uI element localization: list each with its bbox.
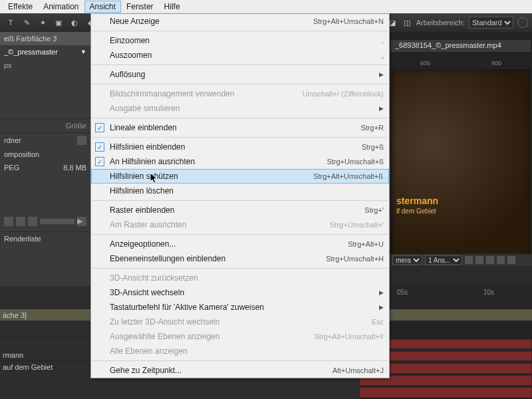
menu-item-label: Ebeneneinstellungen einblenden (110, 254, 326, 263)
menu-item-label: Auszoomen (110, 51, 382, 60)
eraser-tool-icon[interactable]: ◐ (69, 17, 80, 28)
menu-item[interactable]: 3D-Ansicht wechseln▶ (91, 285, 389, 300)
bin-icon-2[interactable] (16, 217, 25, 226)
check-icon: ✓ (95, 157, 104, 166)
preview-icon-4[interactable] (497, 256, 505, 264)
project-title[interactable]: _©_pressmaster▼ (0, 45, 90, 59)
preview-footer: mera 1 Ans... (390, 254, 532, 266)
camera-select[interactable]: mera (392, 255, 422, 265)
menu-item: Ausgewählte Ebenen anzeigenStrg+Alt+Umsc… (91, 329, 389, 344)
preview-viewport[interactable]: stermann if dem Gebiet (391, 69, 531, 261)
bin-icon-3[interactable] (28, 217, 37, 226)
menu-effekte[interactable]: Effekte (3, 1, 38, 13)
toolbar-icon-b[interactable]: ◫ (402, 17, 412, 28)
menu-item-label: Hilfslinien schützen (110, 172, 313, 181)
ansicht-dropdown: Neue AnzeigeStrg+Alt+Umschalt+NEinzoomen… (90, 13, 390, 378)
menu-shortcut: Strg+R (360, 124, 384, 132)
workspace-select[interactable]: Standard (469, 17, 513, 29)
menu-shortcut: Esc (372, 318, 384, 326)
bin-icon-1[interactable] (4, 217, 13, 226)
caption-subtext: if dem Gebiet (396, 207, 436, 215)
menu-item-label: Gehe zu Zeitpunkt... (110, 366, 332, 375)
menu-item[interactable]: Raster einblendenStrg+' (91, 203, 389, 217)
submenu-arrow-icon: ▶ (379, 304, 384, 311)
search-icon[interactable] (517, 17, 528, 28)
project-row-jpeg[interactable]: PEG8,8 MB (0, 161, 90, 174)
dropdown-arrow-icon[interactable]: ▼ (80, 49, 86, 55)
menu-item-label: Tastaturbefehl für 'Aktive Kamera' zuwei… (110, 303, 375, 312)
menu-shortcut: Strg+' (364, 206, 384, 214)
menu-item[interactable]: ✓An Hilfslinien ausrichtenStrg+Umschalt+… (91, 154, 389, 169)
stamp-tool-icon[interactable]: ▣ (53, 17, 64, 28)
project-footer-icons: ▶ (0, 214, 90, 229)
folder-icon (77, 136, 86, 145)
menu-ansicht[interactable]: Ansicht (84, 1, 121, 13)
menu-item: Alle Ebenen anzeigen (91, 344, 389, 358)
menu-item-label: Ausgabe simulieren (110, 104, 375, 113)
menubar: Effekte Animation Ansicht Fenster Hilfe (0, 0, 532, 13)
brush-tool-icon[interactable]: ✦ (37, 17, 48, 28)
menu-item: 3D-Ansicht zurücksetzen (91, 271, 389, 285)
check-icon: ✓ (95, 123, 104, 132)
menu-hilfe[interactable]: Hilfe (159, 1, 186, 13)
project-row-comp[interactable]: omposition (0, 148, 90, 161)
preview-tab[interactable]: _68938154_©_pressmaster.mp4 (391, 40, 531, 52)
menu-item[interactable]: Auflösung▶ (91, 67, 389, 82)
menu-item-label: An Hilfslinien ausrichten (110, 157, 327, 166)
menu-item-label: Am Raster ausrichten (110, 220, 330, 229)
workspace-label: Arbeitsbereich: (416, 19, 465, 27)
menu-animation[interactable]: Animation (38, 1, 84, 13)
menu-shortcut: Strg+Alt+Umschalt+# (315, 332, 384, 340)
renderlist-tab[interactable]: Renderliste (4, 235, 41, 243)
menu-item[interactable]: Ebeneneinstellungen einblendenStrg+Umsch… (91, 251, 389, 266)
menu-item[interactable]: ✓Lineale einblendenStrg+R (91, 120, 389, 135)
preview-icon-5[interactable] (507, 256, 515, 264)
menu-shortcut: , (382, 51, 384, 59)
expand-arrow-icon[interactable]: ▶ (77, 217, 86, 226)
views-select[interactable]: 1 Ans... (425, 255, 462, 265)
menu-item-label: Auflösung (110, 70, 375, 79)
menu-item-label: Einzoomen (110, 36, 382, 45)
search-bar[interactable] (40, 219, 74, 224)
project-row-folder[interactable]: rdner (0, 132, 90, 148)
menu-shortcut: Umschalt+/ (Ziffernblock) (303, 90, 384, 98)
menu-item-label: Anzeigeoptionen... (110, 239, 348, 249)
menu-item[interactable]: Auszoomen, (91, 48, 389, 63)
submenu-arrow-icon: ▶ (379, 71, 384, 78)
menu-shortcut: Strg+ß (362, 143, 384, 151)
color-tab[interactable]: eiß Farbfläche 3 (4, 35, 57, 43)
menu-item: Bildschirmmanagement verwendenUmschalt+/… (91, 86, 389, 101)
pen-tool-icon[interactable]: ✎ (21, 17, 32, 28)
menu-item[interactable]: Einzoomen. (91, 33, 389, 48)
project-columns: Größe (0, 118, 90, 132)
menu-item[interactable]: Hilfslinien schützenStrg+Alt+Umschalt+ß (91, 169, 389, 184)
menu-item-label: Hilfslinien einblenden (110, 142, 362, 152)
menu-shortcut: . (382, 37, 384, 45)
preview-icon-3[interactable] (486, 256, 494, 264)
submenu-arrow-icon: ▶ (379, 289, 384, 296)
menu-item-label: Hilfslinien löschen (110, 186, 384, 196)
project-subtitle: ps (0, 59, 90, 72)
text-tool-icon[interactable]: T (5, 17, 16, 28)
menu-item[interactable]: Neue AnzeigeStrg+Alt+Umschalt+N (91, 14, 389, 29)
menu-item[interactable]: Tastaturbefehl für 'Aktive Kamera' zuwei… (91, 300, 389, 315)
preview-icon-2[interactable] (475, 256, 483, 264)
menu-item-label: Alle Ebenen anzeigen (110, 346, 384, 356)
preview-icon-1[interactable] (465, 256, 473, 264)
menu-item-label: 3D-Ansicht zurücksetzen (110, 273, 384, 283)
menu-item: Am Raster ausrichtenStrg+Umschalt+' (91, 217, 389, 232)
menu-item[interactable]: ✓Hilfslinien einblendenStrg+ß (91, 140, 389, 154)
preview-panel: _68938154_©_pressmaster.mp4 600800 sterm… (390, 32, 532, 266)
menu-item-label: Ausgewählte Ebenen anzeigen (110, 332, 315, 341)
menu-item: Zu letzter 3D-Ansicht wechselnEsc (91, 315, 389, 329)
menu-item[interactable]: Gehe zu Zeitpunkt...Alt+Umschalt+J (91, 363, 389, 378)
menu-shortcut: Strg+Umschalt+' (330, 221, 384, 229)
menu-shortcut: Strg+Umschalt+H (326, 255, 384, 263)
menu-shortcut: Alt+Umschalt+J (332, 366, 384, 374)
menu-item-label: Zu letzter 3D-Ansicht wechseln (110, 317, 372, 327)
menu-item-label: Bildschirmmanagement verwenden (110, 89, 303, 98)
menu-item[interactable]: Hilfslinien löschen (91, 184, 389, 198)
menu-fenster[interactable]: Fenster (121, 1, 159, 13)
menu-item[interactable]: Anzeigeoptionen...Strg+Alt+U (91, 237, 389, 251)
menu-shortcut: Strg+Alt+Umschalt+ß (313, 172, 383, 180)
